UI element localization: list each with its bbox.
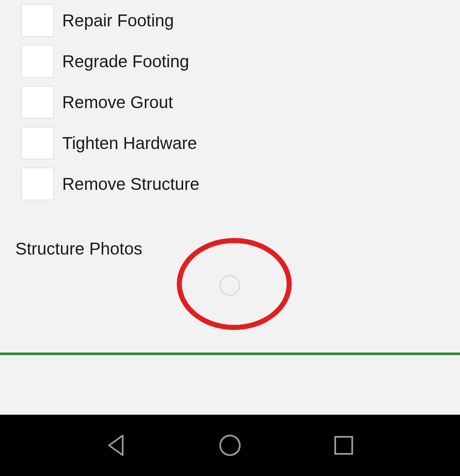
checkbox-row-remove-grout: Remove Grout [21, 82, 460, 123]
back-icon [106, 434, 127, 457]
checkbox-repair-footing[interactable] [21, 4, 54, 37]
photo-upload-placeholder[interactable] [219, 275, 240, 296]
checkbox-label: Remove Grout [62, 93, 173, 112]
checkbox-regrade-footing[interactable] [21, 45, 54, 77]
divider [0, 353, 460, 355]
nav-recent-button[interactable] [331, 433, 356, 458]
checkbox-remove-grout[interactable] [21, 86, 54, 118]
form-content: Repair Footing Regrade Footing Remove Gr… [0, 0, 460, 258]
home-icon [218, 434, 242, 457]
svg-rect-1 [335, 437, 352, 454]
checkbox-row-remove-structure: Remove Structure [21, 163, 460, 204]
nav-home-button[interactable] [217, 433, 243, 458]
checkbox-tighten-hardware[interactable] [21, 127, 54, 159]
checkbox-label: Tighten Hardware [62, 134, 197, 153]
checkbox-row-repair-footing: Repair Footing [21, 0, 460, 41]
checkbox-label: Repair Footing [62, 11, 174, 30]
checkbox-row-regrade-footing: Regrade Footing [21, 41, 460, 82]
svg-point-0 [220, 436, 240, 455]
checkbox-row-tighten-hardware: Tighten Hardware [21, 123, 460, 163]
nav-back-button[interactable] [104, 433, 129, 458]
section-title-structure-photos: Structure Photos [15, 239, 460, 258]
checkbox-label: Remove Structure [62, 175, 199, 194]
android-nav-bar [0, 415, 460, 476]
checkbox-remove-structure[interactable] [21, 168, 54, 200]
checkbox-label: Regrade Footing [62, 52, 189, 71]
recent-icon [334, 436, 354, 455]
